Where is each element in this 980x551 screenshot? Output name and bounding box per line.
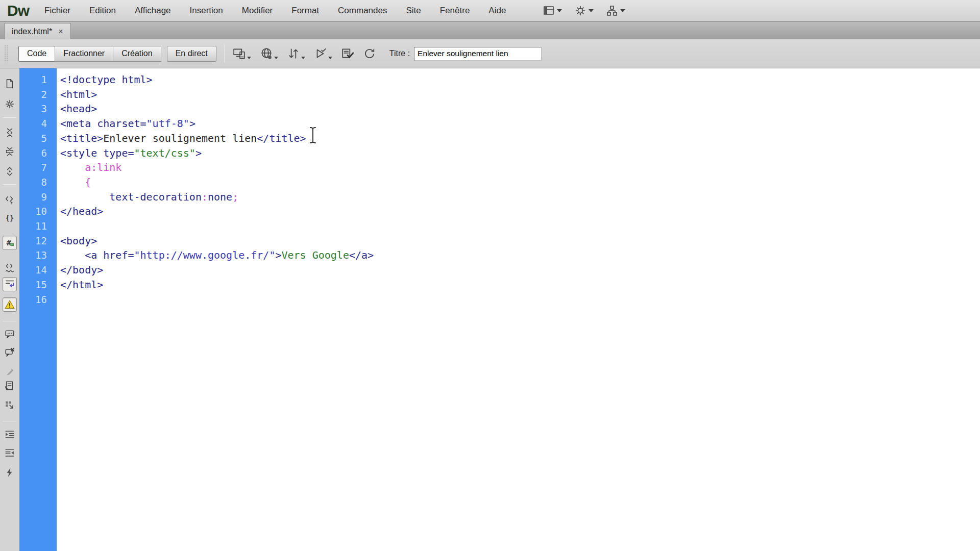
- toolbar-separator: [224, 44, 225, 63]
- code-line: <body>: [60, 234, 980, 248]
- code-line: {: [60, 175, 980, 190]
- line-number: 16: [19, 292, 47, 307]
- code-line: </body>: [60, 263, 980, 278]
- code-line: </html>: [60, 278, 980, 292]
- chevron-down-icon: [247, 57, 251, 59]
- menu-fichier[interactable]: Fichier: [44, 6, 70, 16]
- tab-title: index.html*: [12, 27, 52, 36]
- line-number: 7: [19, 160, 47, 175]
- line-number: 11: [19, 219, 47, 234]
- line-number: 1: [19, 72, 47, 87]
- gear-icon[interactable]: [574, 5, 594, 17]
- preview-in-browser-icon[interactable]: [260, 47, 278, 60]
- dreamweaver-logo: Dw: [7, 2, 29, 19]
- menu-site[interactable]: Site: [406, 6, 421, 16]
- line-number: 4: [19, 116, 47, 131]
- wrap-tag-icon: [3, 364, 17, 379]
- multiscreen-preview-icon[interactable]: [233, 47, 251, 60]
- menu-commandes[interactable]: Commandes: [338, 6, 387, 16]
- view-button-en-direct[interactable]: En direct: [167, 46, 216, 62]
- select-parent-tag-icon[interactable]: [3, 193, 17, 207]
- menu-aide[interactable]: Aide: [488, 6, 506, 16]
- toolbar-grip-handle[interactable]: [4, 45, 8, 62]
- line-number: 12: [19, 234, 47, 248]
- chevron-down-icon: [328, 57, 332, 59]
- refresh-icon[interactable]: [363, 47, 376, 60]
- coding-toolbar: {}#: [0, 68, 19, 551]
- word-wrap-icon[interactable]: [3, 277, 17, 291]
- code-line: </head>: [60, 204, 980, 219]
- view-button-cr-ation[interactable]: Création: [113, 46, 161, 62]
- document-title-input[interactable]: [414, 47, 542, 61]
- view-button-fractionner[interactable]: Fractionner: [55, 46, 113, 62]
- indent-code-icon[interactable]: [3, 428, 17, 442]
- remove-comment-icon[interactable]: [3, 345, 17, 359]
- code-line: <meta charset="utf-8">: [60, 116, 980, 131]
- document-tab-bar: index.html* ×: [0, 21, 980, 39]
- highlight-invalid-icon[interactable]: [3, 261, 17, 276]
- tab-index-html[interactable]: index.html* ×: [4, 23, 71, 40]
- line-number: 14: [19, 263, 47, 278]
- line-number: 8: [19, 175, 47, 190]
- code-line: a:link: [60, 160, 980, 175]
- expand-all-icon[interactable]: [3, 164, 17, 179]
- code-line: text-decoration:none;: [60, 190, 980, 205]
- view-mode-buttons: CodeFractionnerCréationEn direct: [12, 46, 216, 62]
- line-numbers: 12345678910111213141516: [19, 68, 57, 307]
- sidebar-separator: [3, 184, 16, 185]
- line-number: 3: [19, 102, 47, 116]
- collapse-selection-icon[interactable]: [3, 144, 17, 159]
- close-icon[interactable]: ×: [58, 28, 63, 36]
- recent-snippets-icon[interactable]: [3, 379, 17, 393]
- line-number: 10: [19, 204, 47, 219]
- menu-affichage[interactable]: Affichage: [135, 6, 171, 16]
- code-line: <html>: [60, 87, 980, 102]
- chevron-down-icon: [557, 9, 562, 12]
- format-source-icon[interactable]: [3, 465, 17, 480]
- menu-items: FichierEditionAffichageInsertionModifier…: [44, 6, 506, 16]
- sidebar-separator: [3, 421, 16, 421]
- code-view[interactable]: <!doctype html><html><head><meta charset…: [57, 68, 980, 551]
- code-line: <head>: [60, 102, 980, 116]
- outdent-code-icon[interactable]: [3, 446, 17, 460]
- menu-edition[interactable]: Edition: [89, 6, 116, 16]
- menu-insertion[interactable]: Insertion: [190, 6, 223, 16]
- check-browser-compat-icon[interactable]: [341, 47, 354, 60]
- source-code: <!doctype html><html><head><meta charset…: [57, 68, 980, 307]
- line-number: 13: [19, 248, 47, 263]
- code-line: [60, 219, 980, 234]
- workspace-layout-icon[interactable]: [543, 5, 562, 17]
- code-line: <title>Enlever soulignement lien</title>: [60, 131, 980, 146]
- menu-modifier[interactable]: Modifier: [242, 6, 273, 16]
- code-navigator-icon[interactable]: [3, 97, 17, 111]
- apply-comment-icon[interactable]: [3, 327, 17, 341]
- view-button-code[interactable]: Code: [18, 46, 55, 62]
- line-numbers-icon[interactable]: #: [3, 236, 17, 250]
- line-number: 9: [19, 190, 47, 205]
- code-line: <!doctype html>: [60, 72, 980, 87]
- validate-markup-icon[interactable]: [314, 47, 332, 60]
- menu-icon-group: [543, 5, 625, 17]
- code-line: [60, 292, 980, 307]
- toolbar-icons: [233, 47, 376, 60]
- open-documents-icon[interactable]: [3, 77, 17, 91]
- balance-braces-icon[interactable]: {}: [3, 211, 17, 225]
- chevron-down-icon: [274, 57, 278, 59]
- line-number: 15: [19, 278, 47, 292]
- menu-format[interactable]: Format: [291, 6, 319, 16]
- menu-fentre[interactable]: Fenêtre: [440, 6, 470, 16]
- file-management-icon[interactable]: [287, 47, 305, 60]
- collapse-full-tag-icon[interactable]: [3, 126, 17, 140]
- line-number: 2: [19, 87, 47, 102]
- sidebar-separator: [3, 117, 16, 118]
- site-tree-icon[interactable]: [606, 5, 625, 17]
- line-number-gutter: 12345678910111213141516: [19, 68, 57, 551]
- document-toolbar: CodeFractionnerCréationEn direct Titre :: [0, 39, 980, 68]
- menu-bar: Dw FichierEditionAffichageInsertionModif…: [0, 0, 980, 21]
- sidebar-separator: [3, 321, 16, 321]
- code-line: <a href="http://www.google.fr/">Vers Goo…: [60, 248, 980, 263]
- move-css-icon[interactable]: [3, 398, 17, 412]
- svg-text:{}: {}: [6, 214, 14, 222]
- title-field-label: Titre :: [389, 49, 410, 58]
- syntax-error-alerts-icon[interactable]: [3, 297, 17, 312]
